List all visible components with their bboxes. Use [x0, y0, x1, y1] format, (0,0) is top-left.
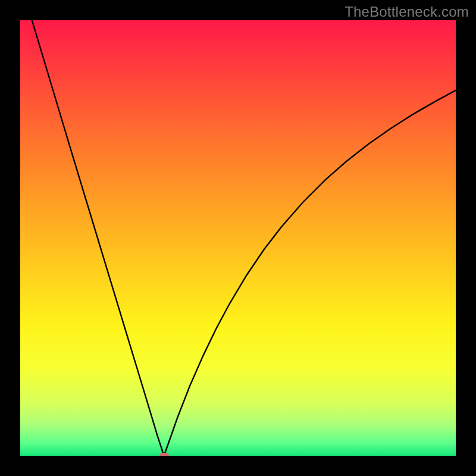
- chart-frame: TheBottleneck.com: [0, 0, 476, 476]
- plot-area: [20, 20, 456, 456]
- bottleneck-curve: [20, 20, 456, 456]
- watermark-text: TheBottleneck.com: [345, 4, 469, 20]
- optimal-point-marker: [159, 453, 169, 456]
